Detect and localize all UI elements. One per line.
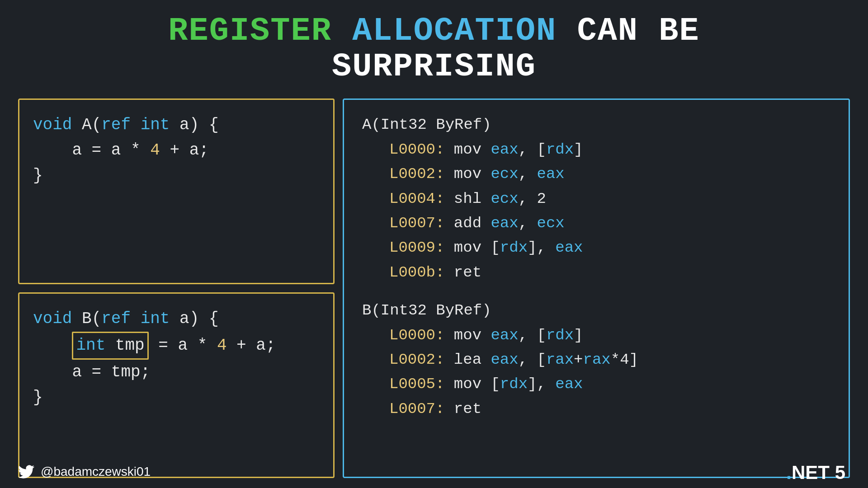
asm-b-l0007: L0007: ret (362, 397, 830, 421)
footer: @badamczewski01 (18, 464, 151, 480)
asm-func-name-a: A(Int32 ByRef) (362, 113, 830, 137)
net5-text: NET 5 (792, 462, 845, 483)
asm-section-a: A(Int32 ByRef) L0000: mov eax, [rdx] L00… (362, 113, 830, 285)
asm-b-l0002: L0002: lea eax, [rax+rax*4] (362, 347, 830, 372)
asm-a-l0002: L0002: mov ecx, eax (362, 162, 830, 186)
word-register: REGISTER (168, 13, 332, 50)
code-b-pre: void B(ref int a) { int tmp = a * 4 + a;… (33, 306, 320, 410)
code-box-a: void A(ref int a) { a = a * 4 + a; } (18, 99, 335, 284)
asm-b-l0005: L0005: mov [rdx], eax (362, 372, 830, 396)
asm-a-l0004: L0004: shl ecx, 2 (362, 187, 830, 211)
code-a-pre: void A(ref int a) { a = a * 4 + a; } (33, 113, 320, 188)
main-content: void A(ref int a) { a = a * 4 + a; } voi… (0, 94, 868, 483)
net5-dot: . (786, 462, 792, 483)
word-can-be: CAN BE (577, 13, 699, 50)
asm-func-name-b: B(Int32 ByRef) (362, 298, 830, 323)
header-line2: SURPRISING (18, 49, 850, 85)
right-panel: A(Int32 ByRef) L0000: mov eax, [rdx] L00… (343, 99, 850, 478)
twitter-icon (18, 464, 34, 480)
asm-a-l000b: L000b: ret (362, 260, 830, 285)
word-surprising: SURPRISING (332, 48, 536, 85)
asm-a-l0000: L0000: mov eax, [rdx] (362, 137, 830, 162)
word-allocation: ALLOCATION (352, 13, 557, 50)
code-box-b: void B(ref int a) { int tmp = a * 4 + a;… (18, 292, 335, 478)
asm-a-l0007: L0007: add eax, ecx (362, 211, 830, 235)
asm-b-l0000: L0000: mov eax, [rdx] (362, 323, 830, 347)
header-line1: REGISTER ALLOCATION CAN BE (18, 14, 850, 49)
left-panel: void A(ref int a) { a = a * 4 + a; } voi… (18, 99, 335, 478)
int-tmp-highlight: int tmp (72, 332, 148, 360)
twitter-handle: @badamczewski01 (41, 465, 151, 479)
net5-badge: .NET 5 (786, 462, 845, 483)
header: REGISTER ALLOCATION CAN BE SURPRISING (0, 0, 868, 94)
asm-section-b: B(Int32 ByRef) L0000: mov eax, [rdx] L00… (362, 298, 830, 421)
asm-a-l0009: L0009: mov [rdx], eax (362, 235, 830, 260)
